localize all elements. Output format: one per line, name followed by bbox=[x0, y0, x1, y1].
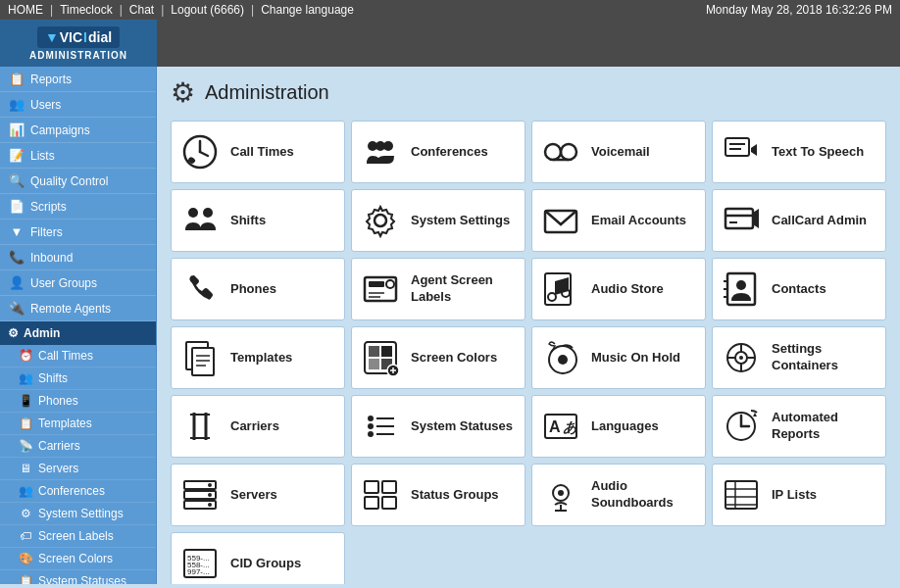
voicemail-card-label: Voicemail bbox=[591, 144, 650, 161]
card-agent-screen-labels[interactable]: Agent Screen Labels bbox=[351, 258, 525, 320]
sidebar-sub-carriers[interactable]: 📡 Carriers bbox=[0, 435, 156, 458]
card-status-groups[interactable]: Status Groups bbox=[351, 464, 525, 526]
sidebar-item-filters[interactable]: ▼ Filters bbox=[0, 220, 156, 245]
svg-rect-34 bbox=[192, 348, 214, 375]
sidebar-item-quality-control[interactable]: 🔍 Quality Control bbox=[0, 169, 156, 194]
sidebar-item-user-groups[interactable]: 👤 User Groups bbox=[0, 270, 156, 296]
sidebar-sub-system-settings[interactable]: ⚙ System Settings bbox=[0, 503, 156, 525]
card-audio-soundboards[interactable]: Audio Soundboards bbox=[531, 464, 706, 526]
card-music-on-hold[interactable]: Music On Hold bbox=[531, 326, 706, 389]
sidebar-item-users[interactable]: 👥 Users bbox=[0, 92, 156, 118]
card-ip-lists[interactable]: IP Lists bbox=[712, 464, 886, 526]
admin-gear-icon: ⚙ bbox=[8, 326, 19, 340]
card-conferences[interactable]: Conferences bbox=[351, 121, 525, 183]
timeclock-link[interactable]: Timeclock bbox=[60, 3, 113, 17]
admin-grid: Call Times Conferences bbox=[171, 121, 886, 584]
sidebar-item-campaigns[interactable]: 📊 Campaigns bbox=[0, 118, 156, 143]
remote-agents-icon: 🔌 bbox=[8, 301, 25, 316]
status-groups-card-icon bbox=[360, 474, 401, 515]
svg-point-21 bbox=[386, 280, 394, 288]
svg-point-13 bbox=[203, 208, 213, 218]
card-email-accounts[interactable]: Email Accounts bbox=[531, 189, 706, 252]
sidebar-item-inbound[interactable]: 📞 Inbound bbox=[0, 245, 156, 270]
status-groups-card-label: Status Groups bbox=[411, 487, 499, 504]
svg-rect-16 bbox=[725, 209, 753, 228]
sidebar-item-lists[interactable]: 📝 Lists bbox=[0, 143, 156, 169]
svg-line-2 bbox=[200, 152, 208, 156]
screen-labels-icon-sm: 🏷 bbox=[18, 529, 33, 543]
audio-store-card-icon bbox=[540, 269, 581, 310]
svg-rect-9 bbox=[725, 138, 749, 156]
screen-labels-card-icon bbox=[360, 269, 401, 310]
card-carriers[interactable]: Carriers bbox=[171, 395, 345, 458]
card-call-times[interactable]: Call Times bbox=[171, 121, 345, 183]
sidebar-sub-conferences[interactable]: 👥 Conferences bbox=[0, 480, 156, 503]
card-voicemail[interactable]: Voicemail bbox=[531, 121, 706, 183]
card-system-settings[interactable]: System Settings bbox=[351, 189, 525, 252]
servers-card-icon bbox=[179, 474, 221, 515]
svg-point-14 bbox=[375, 215, 386, 226]
filters-icon: ▼ bbox=[8, 224, 25, 239]
screen-colors-card-icon bbox=[360, 337, 401, 378]
svg-point-6 bbox=[545, 144, 561, 160]
call-times-icon-sm: ⏰ bbox=[18, 349, 33, 363]
sidebar-item-scripts[interactable]: 📄 Scripts bbox=[0, 194, 156, 220]
svg-point-61 bbox=[368, 423, 374, 429]
card-contacts[interactable]: Contacts bbox=[712, 258, 886, 320]
screen-colors-icon-sm: 🎨 bbox=[18, 552, 33, 565]
system-settings-icon-sm: ⚙ bbox=[18, 507, 33, 520]
call-times-card-icon bbox=[179, 131, 221, 172]
svg-point-82 bbox=[558, 490, 564, 496]
sidebar-sub-phones[interactable]: 📱 Phones bbox=[0, 390, 156, 413]
sidebar-sub-servers[interactable]: 🖥 Servers bbox=[0, 458, 156, 480]
sidebar-sub-screen-colors[interactable]: 🎨 Screen Colors bbox=[0, 548, 156, 570]
svg-point-12 bbox=[188, 208, 198, 218]
shifts-card-label: Shifts bbox=[230, 213, 266, 229]
change-language-link[interactable]: Change language bbox=[261, 3, 354, 17]
music-card-icon bbox=[540, 337, 581, 378]
cid-groups-card-icon: 559-... 558-... 997-... bbox=[179, 543, 221, 584]
card-templates[interactable]: Templates bbox=[171, 326, 345, 389]
contacts-card-label: Contacts bbox=[772, 281, 826, 298]
chat-link[interactable]: Chat bbox=[129, 3, 154, 17]
carriers-card-label: Carriers bbox=[230, 418, 279, 435]
inbound-icon: 📞 bbox=[8, 250, 25, 265]
svg-text:A: A bbox=[549, 418, 561, 435]
svg-rect-78 bbox=[382, 481, 396, 493]
svg-rect-40 bbox=[381, 346, 392, 357]
svg-rect-79 bbox=[365, 497, 378, 509]
logout-link[interactable]: Logout (6666) bbox=[171, 3, 244, 17]
card-system-statuses[interactable]: System Statuses bbox=[351, 395, 525, 458]
card-servers[interactable]: Servers bbox=[171, 464, 345, 526]
page-heading: ⚙ Administration bbox=[171, 76, 886, 109]
svg-rect-20 bbox=[369, 281, 384, 287]
ip-lists-card-icon bbox=[721, 474, 762, 515]
card-audio-store[interactable]: Audio Store bbox=[531, 258, 706, 320]
card-languages[interactable]: A あ Languages bbox=[531, 395, 706, 458]
sidebar-sub-screen-labels[interactable]: 🏷 Screen Labels bbox=[0, 525, 156, 548]
templates-card-label: Templates bbox=[230, 350, 292, 367]
sidebar-item-remote-agents[interactable]: 🔌 Remote Agents bbox=[0, 296, 156, 321]
main-layout: 📋 Reports 👥 Users 📊 Campaigns 📝 Lists 🔍 … bbox=[0, 67, 900, 584]
sidebar-sub-shifts[interactable]: 👥 Shifts bbox=[0, 368, 156, 390]
sidebar-sub-system-statuses[interactable]: 📋 System Statuses bbox=[0, 570, 156, 584]
home-link[interactable]: HOME bbox=[8, 3, 43, 17]
card-automated-reports[interactable]: Automated Reports bbox=[712, 395, 886, 458]
sidebar: 📋 Reports 👥 Users 📊 Campaigns 📝 Lists 🔍 … bbox=[0, 67, 157, 584]
card-callcard-admin[interactable]: CallCard Admin bbox=[712, 189, 886, 252]
sidebar-sub-call-times[interactable]: ⏰ Call Times bbox=[0, 345, 156, 368]
svg-point-7 bbox=[561, 144, 576, 160]
card-cid-groups[interactable]: 559-... 558-... 997-... CID Groups bbox=[171, 532, 345, 584]
svg-rect-41 bbox=[369, 359, 379, 369]
svg-point-76 bbox=[208, 503, 212, 507]
card-settings-containers[interactable]: Settings Containers bbox=[712, 326, 886, 389]
shifts-card-icon bbox=[179, 200, 221, 241]
card-phones[interactable]: Phones bbox=[171, 258, 345, 320]
sidebar-admin-header[interactable]: ⚙ Admin bbox=[0, 321, 156, 345]
card-screen-colors[interactable]: Screen Colors bbox=[351, 326, 525, 389]
card-shifts[interactable]: Shifts bbox=[171, 189, 345, 252]
sidebar-sub-templates[interactable]: 📋 Templates bbox=[0, 413, 156, 435]
sidebar-item-reports[interactable]: 📋 Reports bbox=[0, 67, 156, 92]
logo[interactable]: ▼VICIdial bbox=[37, 26, 120, 48]
card-text-to-speech[interactable]: Text To Speech bbox=[712, 121, 886, 183]
